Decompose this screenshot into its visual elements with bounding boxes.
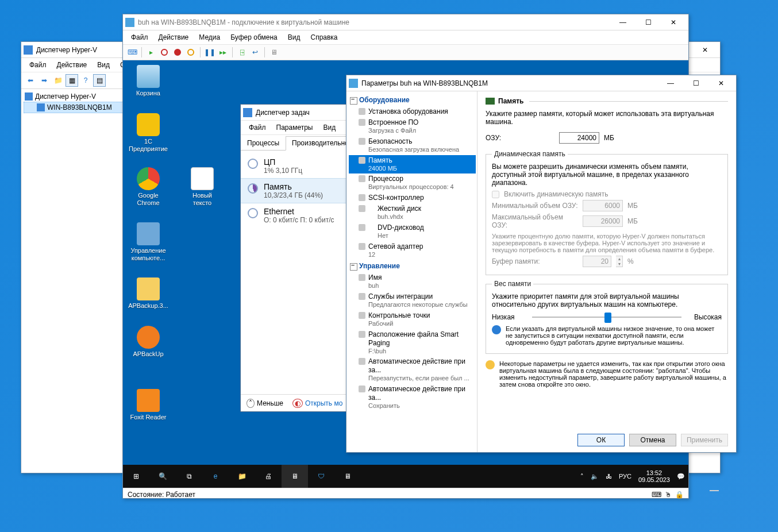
shutdown-icon[interactable] — [172, 47, 183, 58]
desktop-icon-newtxt[interactable]: Новый тексто — [180, 167, 224, 206]
desktop-icon-apbackup-folder[interactable]: APBackup.3... — [126, 277, 170, 310]
scrollbar[interactable] — [710, 490, 719, 491]
tray-clock[interactable]: 13:52 09.05.2023 — [638, 469, 670, 483]
nav-hardware-header[interactable]: Оборудование — [349, 94, 476, 106]
warning-icon — [486, 360, 495, 369]
nav-memory[interactable]: Память24000 МБ — [349, 155, 476, 174]
defender-icon[interactable]: 🛡 — [308, 465, 334, 488]
pane-header: Память — [498, 97, 523, 105]
list-icon[interactable]: ▤ — [93, 74, 106, 87]
nav-processor[interactable]: ПроцессорВиртуальных процессоров: 4 — [349, 174, 476, 192]
menu-action[interactable]: Действие — [52, 59, 92, 71]
menu-view[interactable]: Вид — [318, 122, 340, 133]
nav-nic[interactable]: Сетевой адаптер12 — [349, 241, 476, 260]
close-button[interactable]: ✕ — [692, 42, 718, 58]
tab-processes[interactable]: Процессы — [241, 136, 286, 150]
nav-smartpaging[interactable]: Расположение файла Smart PagingF:\buh — [349, 329, 476, 357]
fewer-details-link[interactable]: ˄Меньше — [247, 399, 283, 407]
dyn-checkbox-row[interactable]: Включить динамическую память — [492, 190, 722, 198]
nav-checkpoints[interactable]: Контрольные точкиРабочий — [349, 310, 476, 329]
buffer-input — [583, 256, 611, 267]
slider-thumb[interactable] — [604, 313, 611, 323]
tray-lang[interactable]: РУС — [619, 473, 631, 480]
close-button[interactable]: ✕ — [708, 75, 734, 91]
clock-date: 09.05.2023 — [638, 476, 670, 483]
checkpoint-icon[interactable]: ⍈ — [236, 47, 248, 58]
maximize-button[interactable]: ☐ — [683, 75, 708, 91]
nav-autostart[interactable]: Автоматическое действие при за...Перезап… — [349, 356, 476, 384]
menu-action[interactable]: Действие — [154, 32, 194, 43]
desktop-icon-apbackup[interactable]: APBackUp — [126, 326, 170, 358]
menu-media[interactable]: Медиа — [194, 32, 225, 43]
cancel-button[interactable]: Отмена — [629, 434, 676, 446]
start-icon[interactable]: ▸ — [145, 47, 157, 58]
vmconnect-title: buh на WIN-B893BLNQB1M - подключение к в… — [138, 18, 610, 26]
pause-icon[interactable]: ❚❚ — [204, 47, 215, 58]
menu-help[interactable]: Справка — [306, 32, 342, 43]
desktop-icon-foxit[interactable]: Foxit Reader — [126, 389, 170, 421]
enhanced-icon[interactable]: 🖥 — [268, 47, 280, 58]
menu-file[interactable]: Файл — [25, 59, 51, 71]
search-icon[interactable]: 🔍 — [149, 465, 176, 488]
menu-view[interactable]: Вид — [283, 32, 305, 43]
weight-slider[interactable]: Низкая Высокая — [492, 311, 722, 323]
ram-input[interactable] — [559, 132, 599, 144]
revert-icon[interactable]: ↩ — [249, 47, 261, 58]
nav-security[interactable]: БезопасностьБезопасная загрузка включена — [349, 136, 476, 155]
tray-chevron-icon[interactable]: ˄ — [580, 473, 584, 480]
grid-icon[interactable]: ▦ — [66, 74, 78, 87]
printer-icon[interactable]: 🖨 — [255, 465, 282, 488]
settings-titlebar[interactable]: Параметры buh на WIN-B893BLNQB1M — ☐ ✕ — [346, 75, 736, 91]
minimize-button[interactable]: — — [610, 14, 636, 30]
close-button[interactable]: ✕ — [661, 14, 686, 30]
guest-taskbar[interactable]: ⊞ 🔍 ⧉ e 📁 🖨 🖥 🛡 🖥 ˄ 🔈 🖧 РУС 13:52 09.05.… — [123, 465, 688, 488]
tray-notifications-icon[interactable]: 💬 — [677, 473, 685, 480]
desktop-icon-recycle[interactable]: Корзина — [126, 65, 170, 97]
taskview-icon[interactable]: ⧉ — [176, 465, 202, 488]
save-icon[interactable] — [185, 47, 197, 58]
menu-options[interactable]: Параметры — [272, 122, 318, 133]
turnoff-icon[interactable] — [159, 47, 170, 58]
vm-settings-window[interactable]: Параметры buh на WIN-B893BLNQB1M — ☐ ✕ О… — [346, 75, 737, 453]
desktop-icon-1c[interactable]: 1С Предприятие — [126, 113, 170, 152]
nav-autostop[interactable]: Автоматическое действие при за...Сохрани… — [349, 384, 476, 411]
vmconnect-menubar[interactable]: Файл Действие Медиа Буфер обмена Вид Спр… — [123, 30, 688, 45]
nav-add-hardware[interactable]: Установка оборудования — [349, 106, 476, 117]
menu-file[interactable]: Файл — [126, 32, 153, 43]
nav-dvd[interactable]: DVD-дисководНет — [349, 222, 476, 241]
menu-file[interactable]: Файл — [244, 122, 271, 133]
nav-hdd[interactable]: Жесткий дискbuh.vhdx — [349, 203, 476, 222]
menu-view[interactable]: Вид — [93, 59, 114, 71]
vmconnect-toolbar[interactable]: ⌨ ▸ ❚❚ ▸▸ ⍈ ↩ 🖥 — [123, 45, 688, 60]
ok-button[interactable]: ОК — [577, 434, 625, 446]
recycle-bin-icon — [137, 65, 160, 88]
open-resmon-link[interactable]: ◐Открыть мо — [292, 399, 342, 407]
menu-clipboard[interactable]: Буфер обмена — [226, 32, 282, 43]
monitor-icon[interactable]: 🖥 — [282, 465, 308, 488]
nav-integration[interactable]: Службы интеграцииПредлагаются некоторые … — [349, 291, 476, 310]
reset-icon[interactable]: ▸▸ — [217, 47, 229, 58]
dyn-enable-checkbox[interactable] — [492, 191, 499, 198]
ctrl-alt-del-icon[interactable]: ⌨ — [126, 47, 138, 58]
weight-text: Укажите приоритет памяти для этой виртуа… — [492, 292, 722, 309]
nav-back-icon[interactable]: ⬅ — [24, 74, 37, 87]
nav-fwd-icon[interactable]: ➡ — [38, 74, 51, 87]
help-icon[interactable]: ? — [79, 74, 92, 87]
desktop-icon-chrome[interactable]: Google Chrome — [126, 167, 170, 206]
tray-volume-icon[interactable]: 🔈 — [591, 473, 599, 480]
nav-scsi[interactable]: SCSI-контроллер — [349, 192, 476, 203]
nav-name[interactable]: Имяbuh — [349, 272, 476, 291]
start-button[interactable]: ⊞ — [123, 465, 149, 488]
nav-firmware[interactable]: Встроенное ПОЗагрузка с Файл — [349, 117, 476, 136]
settings-nav[interactable]: Оборудование Установка оборудования Встр… — [346, 91, 477, 452]
maximize-button[interactable]: ☐ — [636, 14, 661, 30]
folder-icon[interactable]: 📁 — [52, 74, 64, 87]
tray-network-icon[interactable]: 🖧 — [606, 473, 612, 480]
desktop-icon-compmgmt[interactable]: Управление компьюте... — [126, 222, 170, 261]
nav-management-header[interactable]: Управление — [349, 260, 476, 272]
rdp-icon[interactable]: 🖥 — [334, 465, 361, 488]
vmconnect-titlebar[interactable]: buh на WIN-B893BLNQB1M - подключение к в… — [123, 14, 688, 30]
ie-icon[interactable]: e — [202, 465, 229, 488]
explorer-icon[interactable]: 📁 — [229, 465, 255, 488]
minimize-button[interactable]: — — [658, 75, 683, 91]
